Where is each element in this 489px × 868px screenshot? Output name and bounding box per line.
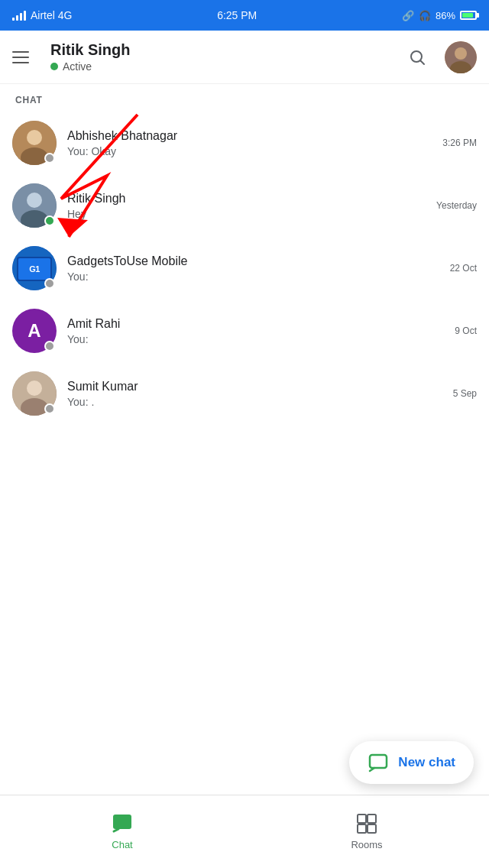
chat-item-3[interactable]: G1 GadgetsToUse Mobile You: 22 Oct — [0, 237, 489, 300]
signal-bar-4 — [24, 11, 26, 21]
battery-icon — [460, 11, 477, 20]
avatar-container-4: A — [12, 309, 57, 353]
chat-name-4: Amit Rahi — [67, 317, 449, 331]
chat-name-3: GadgetsToUse Mobile — [67, 254, 444, 268]
chat-content-2: Ritik Singh Hey — [67, 192, 430, 220]
rooms-nav-icon — [356, 813, 377, 834]
svg-rect-19 — [370, 755, 387, 768]
avatar-container-2 — [12, 183, 57, 228]
menu-icon — [12, 57, 29, 58]
time-display: 6:25 PM — [217, 9, 257, 21]
status-indicator-1 — [44, 153, 55, 164]
chat-time-1: 3:26 PM — [442, 138, 477, 148]
app-header: Ritik Singh Active — [0, 31, 489, 84]
rooms-icon — [356, 813, 377, 834]
chat-preview-3: You: — [67, 270, 444, 283]
avatar-letter-a: A — [28, 320, 40, 342]
fab-container: New chat — [349, 741, 474, 784]
signal-bar-3 — [20, 13, 22, 21]
chat-nav-icon — [112, 813, 133, 834]
status-right: 🔗 🎧 86% — [402, 10, 477, 21]
chat-name-2: Ritik Singh — [67, 192, 430, 206]
status-indicator-3 — [44, 278, 55, 289]
svg-point-7 — [27, 130, 42, 145]
chat-item-1[interactable]: Abhishek Bhatnagar You: Okay 3:26 PM — [0, 112, 489, 174]
chat-content-4: Amit Rahi You: — [67, 317, 449, 345]
battery-percent: 86% — [436, 10, 455, 21]
search-icon — [408, 48, 426, 66]
link-icon: 🔗 — [402, 10, 414, 21]
menu-button[interactable] — [12, 44, 40, 71]
svg-rect-23 — [368, 815, 376, 823]
chat-bubble-icon — [368, 753, 388, 772]
svg-rect-21 — [113, 815, 131, 829]
status-bar: Airtel 4G 6:25 PM 🔗 🎧 86% — [0, 0, 489, 31]
avatar-container-3: G1 — [12, 246, 57, 290]
nav-chat[interactable]: Chat — [0, 805, 244, 858]
section-label: CHAT — [0, 84, 489, 112]
chat-preview-4: You: — [67, 333, 449, 345]
chat-item-4[interactable]: A Amit Rahi You: 9 Oct — [0, 300, 489, 362]
chat-content-1: Abhishek Bhatnagar You: Okay — [67, 129, 436, 157]
chat-preview-2: Hey — [67, 208, 430, 220]
chat-time-4: 9 Oct — [455, 326, 477, 336]
profile-avatar[interactable] — [445, 41, 477, 73]
chat-time-2: Yesterday — [436, 200, 477, 211]
chat-item-5[interactable]: Sumit Kumar You: . 5 Sep — [0, 362, 489, 425]
search-button[interactable] — [402, 42, 432, 73]
svg-text:G1: G1 — [29, 264, 40, 274]
header-username: Ritik Singh — [50, 41, 402, 59]
chat-nav-label: Chat — [112, 839, 132, 850]
svg-rect-22 — [358, 815, 366, 823]
header-title-area: Ritik Singh Active — [50, 41, 402, 73]
status-label: Active — [63, 60, 92, 73]
chat-content-3: GadgetsToUse Mobile You: — [67, 254, 444, 283]
svg-line-1 — [421, 60, 425, 64]
avatar-container-1 — [12, 121, 57, 165]
signal-bar-1 — [12, 18, 15, 21]
online-indicator — [50, 63, 58, 70]
avatar-image — [445, 41, 477, 73]
chat-content-5: Sumit Kumar You: . — [67, 380, 447, 408]
header-status: Active — [50, 60, 402, 73]
chat-preview-1: You: Okay — [67, 145, 436, 157]
svg-point-10 — [27, 193, 42, 208]
chat-item-2[interactable]: Ritik Singh Hey Yesterday — [0, 174, 489, 237]
chat-name-1: Abhishek Bhatnagar — [67, 129, 436, 143]
svg-point-3 — [455, 47, 467, 60]
status-indicator-2 — [44, 215, 55, 226]
menu-icon — [12, 51, 29, 53]
chat-icon — [112, 813, 133, 834]
svg-point-17 — [27, 381, 42, 396]
header-actions — [402, 41, 477, 73]
menu-icon — [12, 62, 29, 63]
carrier-label: Airtel 4G — [31, 9, 72, 21]
chat-list: Abhishek Bhatnagar You: Okay 3:26 PM Rit… — [0, 112, 489, 425]
headphone-icon: 🎧 — [419, 10, 431, 21]
status-indicator-5 — [44, 403, 55, 414]
signal-bars — [12, 10, 26, 21]
rooms-nav-label: Rooms — [351, 839, 382, 850]
nav-rooms[interactable]: Rooms — [244, 805, 489, 858]
chat-time-3: 22 Oct — [450, 263, 477, 274]
svg-rect-25 — [368, 824, 376, 833]
avatar-container-5 — [12, 371, 57, 416]
status-left: Airtel 4G — [12, 9, 72, 21]
new-chat-label: New chat — [398, 755, 455, 770]
bottom-nav: Chat Rooms — [0, 795, 489, 868]
chat-preview-5: You: . — [67, 396, 447, 408]
new-chat-icon — [368, 752, 389, 773]
chat-name-5: Sumit Kumar — [67, 380, 447, 394]
new-chat-button[interactable]: New chat — [349, 741, 474, 784]
signal-bar-2 — [16, 15, 18, 21]
svg-rect-24 — [358, 824, 366, 833]
chat-time-5: 5 Sep — [453, 388, 477, 399]
status-indicator-4 — [44, 341, 55, 351]
